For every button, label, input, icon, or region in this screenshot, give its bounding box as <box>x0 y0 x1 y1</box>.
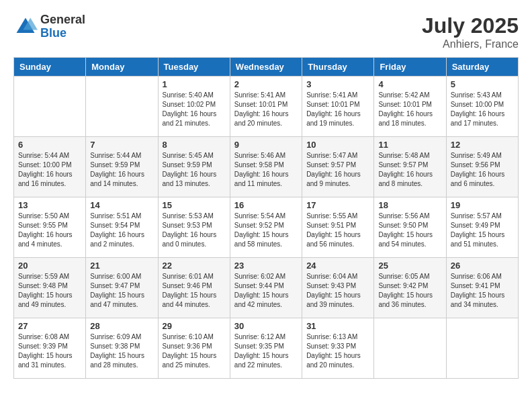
day-info: Sunrise: 5:41 AM Sunset: 10:01 PM Daylig… <box>234 91 298 128</box>
table-row: 1Sunrise: 5:40 AM Sunset: 10:02 PM Dayli… <box>158 77 230 137</box>
day-info: Sunrise: 5:45 AM Sunset: 9:59 PM Dayligh… <box>163 151 226 189</box>
table-row: 22Sunrise: 6:01 AM Sunset: 9:46 PM Dayli… <box>158 258 230 318</box>
table-row <box>446 318 518 379</box>
day-number: 19 <box>451 200 514 210</box>
table-row: 21Sunrise: 6:00 AM Sunset: 9:47 PM Dayli… <box>86 258 158 318</box>
calendar-week-row: 13Sunrise: 5:50 AM Sunset: 9:55 PM Dayli… <box>14 197 519 258</box>
logo-general: General <box>40 13 85 27</box>
day-info: Sunrise: 6:13 AM Sunset: 9:33 PM Dayligh… <box>306 332 369 370</box>
table-row: 4Sunrise: 5:42 AM Sunset: 10:01 PM Dayli… <box>374 77 446 137</box>
day-number: 3 <box>306 79 369 89</box>
table-row: 18Sunrise: 5:56 AM Sunset: 9:50 PM Dayli… <box>374 197 446 258</box>
day-number: 26 <box>451 261 514 271</box>
location-title: Anhiers, France <box>422 38 519 50</box>
day-number: 14 <box>90 200 153 210</box>
day-number: 20 <box>18 261 81 271</box>
month-title: July 2025 <box>422 13 519 38</box>
table-row: 13Sunrise: 5:50 AM Sunset: 9:55 PM Dayli… <box>14 197 86 258</box>
day-info: Sunrise: 6:01 AM Sunset: 9:46 PM Dayligh… <box>163 272 226 310</box>
day-number: 15 <box>163 200 226 210</box>
day-number: 2 <box>234 79 298 89</box>
day-info: Sunrise: 5:54 AM Sunset: 9:52 PM Dayligh… <box>234 212 298 249</box>
day-number: 31 <box>306 321 369 331</box>
logo-blue: Blue <box>40 27 85 40</box>
day-info: Sunrise: 5:49 AM Sunset: 9:56 PM Dayligh… <box>451 151 514 189</box>
header-wednesday: Wednesday <box>230 58 302 77</box>
table-row: 9Sunrise: 5:46 AM Sunset: 9:58 PM Daylig… <box>230 137 302 197</box>
day-info: Sunrise: 5:46 AM Sunset: 9:58 PM Dayligh… <box>234 151 298 189</box>
day-info: Sunrise: 6:04 AM Sunset: 9:43 PM Dayligh… <box>306 272 369 310</box>
header-sunday: Sunday <box>14 58 86 77</box>
table-row <box>14 77 86 137</box>
day-number: 10 <box>306 140 369 150</box>
day-info: Sunrise: 5:47 AM Sunset: 9:57 PM Dayligh… <box>306 151 369 189</box>
table-row: 2Sunrise: 5:41 AM Sunset: 10:01 PM Dayli… <box>230 77 302 137</box>
table-row: 24Sunrise: 6:04 AM Sunset: 9:43 PM Dayli… <box>302 258 374 318</box>
day-info: Sunrise: 5:44 AM Sunset: 9:59 PM Dayligh… <box>90 151 153 189</box>
day-number: 29 <box>163 321 226 331</box>
table-row: 20Sunrise: 5:59 AM Sunset: 9:48 PM Dayli… <box>14 258 86 318</box>
table-row: 17Sunrise: 5:55 AM Sunset: 9:51 PM Dayli… <box>302 197 374 258</box>
day-info: Sunrise: 5:59 AM Sunset: 9:48 PM Dayligh… <box>18 272 81 310</box>
day-number: 21 <box>90 261 153 271</box>
table-row: 16Sunrise: 5:54 AM Sunset: 9:52 PM Dayli… <box>230 197 302 258</box>
day-number: 6 <box>18 140 81 150</box>
table-row: 26Sunrise: 6:06 AM Sunset: 9:41 PM Dayli… <box>446 258 518 318</box>
day-number: 16 <box>234 200 298 210</box>
day-info: Sunrise: 6:06 AM Sunset: 9:41 PM Dayligh… <box>451 272 514 310</box>
logo: General Blue <box>13 13 85 40</box>
table-row: 29Sunrise: 6:10 AM Sunset: 9:36 PM Dayli… <box>158 318 230 379</box>
day-number: 1 <box>163 79 226 89</box>
day-number: 25 <box>378 261 441 271</box>
day-info: Sunrise: 5:57 AM Sunset: 9:49 PM Dayligh… <box>451 212 514 249</box>
table-row: 5Sunrise: 5:43 AM Sunset: 10:00 PM Dayli… <box>446 77 518 137</box>
day-info: Sunrise: 5:50 AM Sunset: 9:55 PM Dayligh… <box>18 212 81 249</box>
table-row: 14Sunrise: 5:51 AM Sunset: 9:54 PM Dayli… <box>86 197 158 258</box>
day-number: 27 <box>18 321 81 331</box>
day-info: Sunrise: 6:00 AM Sunset: 9:47 PM Dayligh… <box>90 272 153 310</box>
table-row: 15Sunrise: 5:53 AM Sunset: 9:53 PM Dayli… <box>158 197 230 258</box>
day-number: 8 <box>163 140 226 150</box>
table-row: 31Sunrise: 6:13 AM Sunset: 9:33 PM Dayli… <box>302 318 374 379</box>
calendar-header-row: Sunday Monday Tuesday Wednesday Thursday… <box>14 58 519 77</box>
table-row: 12Sunrise: 5:49 AM Sunset: 9:56 PM Dayli… <box>446 137 518 197</box>
table-row: 27Sunrise: 6:08 AM Sunset: 9:39 PM Dayli… <box>14 318 86 379</box>
table-row: 30Sunrise: 6:12 AM Sunset: 9:35 PM Dayli… <box>230 318 302 379</box>
calendar-week-row: 1Sunrise: 5:40 AM Sunset: 10:02 PM Dayli… <box>14 77 519 137</box>
day-info: Sunrise: 5:40 AM Sunset: 10:02 PM Daylig… <box>163 91 226 128</box>
logo-text: General Blue <box>40 13 85 40</box>
day-number: 13 <box>18 200 81 210</box>
day-info: Sunrise: 6:10 AM Sunset: 9:36 PM Dayligh… <box>163 332 226 370</box>
table-row <box>86 77 158 137</box>
table-row: 6Sunrise: 5:44 AM Sunset: 10:00 PM Dayli… <box>14 137 86 197</box>
day-info: Sunrise: 5:56 AM Sunset: 9:50 PM Dayligh… <box>378 212 441 249</box>
page-header: General Blue July 2025 Anhiers, France <box>13 13 519 50</box>
day-number: 5 <box>451 79 514 89</box>
day-number: 28 <box>90 321 153 331</box>
logo-icon <box>13 15 38 39</box>
header-saturday: Saturday <box>446 58 518 77</box>
table-row: 8Sunrise: 5:45 AM Sunset: 9:59 PM Daylig… <box>158 137 230 197</box>
day-info: Sunrise: 5:51 AM Sunset: 9:54 PM Dayligh… <box>90 212 153 249</box>
header-tuesday: Tuesday <box>158 58 230 77</box>
table-row: 23Sunrise: 6:02 AM Sunset: 9:44 PM Dayli… <box>230 258 302 318</box>
calendar-week-row: 20Sunrise: 5:59 AM Sunset: 9:48 PM Dayli… <box>14 258 519 318</box>
day-number: 18 <box>378 200 441 210</box>
title-block: July 2025 Anhiers, France <box>422 13 519 50</box>
day-number: 7 <box>90 140 153 150</box>
day-info: Sunrise: 6:08 AM Sunset: 9:39 PM Dayligh… <box>18 332 81 370</box>
table-row: 28Sunrise: 6:09 AM Sunset: 9:38 PM Dayli… <box>86 318 158 379</box>
table-row: 25Sunrise: 6:05 AM Sunset: 9:42 PM Dayli… <box>374 258 446 318</box>
day-number: 30 <box>234 321 298 331</box>
calendar-week-row: 6Sunrise: 5:44 AM Sunset: 10:00 PM Dayli… <box>14 137 519 197</box>
day-info: Sunrise: 5:55 AM Sunset: 9:51 PM Dayligh… <box>306 212 369 249</box>
table-row: 11Sunrise: 5:48 AM Sunset: 9:57 PM Dayli… <box>374 137 446 197</box>
day-info: Sunrise: 6:05 AM Sunset: 9:42 PM Dayligh… <box>378 272 441 310</box>
day-info: Sunrise: 6:12 AM Sunset: 9:35 PM Dayligh… <box>234 332 298 370</box>
table-row: 19Sunrise: 5:57 AM Sunset: 9:49 PM Dayli… <box>446 197 518 258</box>
header-thursday: Thursday <box>302 58 374 77</box>
day-number: 4 <box>378 79 441 89</box>
calendar-week-row: 27Sunrise: 6:08 AM Sunset: 9:39 PM Dayli… <box>14 318 519 379</box>
day-info: Sunrise: 5:42 AM Sunset: 10:01 PM Daylig… <box>378 91 441 128</box>
day-info: Sunrise: 5:48 AM Sunset: 9:57 PM Dayligh… <box>378 151 441 189</box>
